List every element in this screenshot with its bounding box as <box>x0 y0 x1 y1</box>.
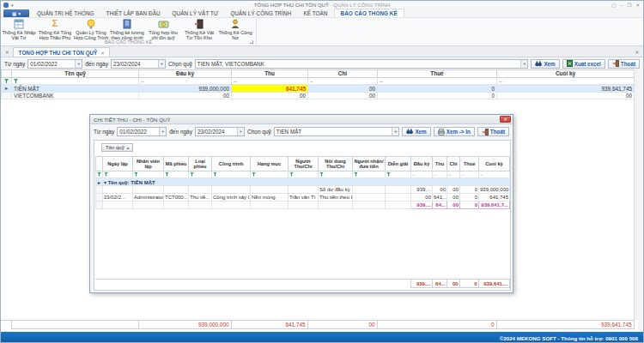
cell-chi[interactable]: 00 <box>447 186 460 194</box>
dialog-fund-select[interactable]: TIỀN MẶT ▾ <box>274 127 400 136</box>
chevron-down-icon[interactable]: ▾ <box>392 128 398 135</box>
cell-thue[interactable]: 0 <box>378 93 497 99</box>
filter-cell[interactable] <box>212 172 251 178</box>
collapse-icon[interactable]: ▾ <box>104 180 106 185</box>
cell-cuoi-ky[interactable]: 00 <box>497 93 635 99</box>
dialog-close-button[interactable]: ✕ <box>500 116 511 123</box>
ribbon-button-thong-ke-luong[interactable]: Thống kê lương theo công trình <box>109 18 145 40</box>
cell-thu[interactable]: 00 <box>433 186 447 194</box>
cell-ten-quy[interactable]: VIETCOMBANK <box>12 93 139 99</box>
column-header[interactable]: Thuế <box>460 157 479 172</box>
chevron-down-icon[interactable]: ▾ <box>75 60 82 68</box>
filter-cell[interactable]: – <box>447 172 460 178</box>
ribbon-tab-thiet-lap-ban-dau[interactable]: THIẾT LẬP BAN ĐẦU <box>100 9 167 17</box>
column-header-dau-ky[interactable]: Đầu kỳ <box>139 70 232 78</box>
cell[interactable] <box>353 186 386 194</box>
filter-cell[interactable]: – <box>497 78 635 85</box>
ribbon-button-thong-ke-thau-phu[interactable]: Σ Thống Kê Tổng Hợp Thầu Phụ <box>37 18 73 40</box>
cell[interactable] <box>164 186 189 194</box>
cell-cuoi-ky[interactable]: 939,641,745 <box>497 85 635 93</box>
column-header-chi[interactable]: Chi <box>308 70 378 78</box>
cell-dau-ky[interactable]: 939,... <box>411 186 433 194</box>
cell[interactable] <box>353 194 386 202</box>
cell-dau-ky[interactable]: 939,000,000 <box>139 85 232 93</box>
group-by-chip-ten-quy[interactable]: Tên quỹ ▴ <box>101 143 133 152</box>
cell-nhan-vien[interactable]: Administrator <box>133 194 164 202</box>
ribbon-tab-quan-ly-vat-tu[interactable]: QUẢN LÝ VẬT TƯ <box>167 9 225 17</box>
ribbon-tab-ke-toan[interactable]: KẾ TOÁN <box>297 9 333 17</box>
docbar-close-icon[interactable]: ✕ <box>630 50 643 57</box>
dialog-view-button[interactable]: Xem <box>402 127 430 136</box>
ribbon-button-thong-ke-nhap-vat-tu[interactable]: Thống Kê Nhập Vật Tư <box>1 18 37 40</box>
column-header[interactable]: Công trình <box>212 157 251 172</box>
column-header[interactable]: Ngày lập <box>103 157 133 172</box>
tab-tong-hop-thu-chi-ton-quy[interactable]: TỔNG HỢP THU CHI TỒN QUỸ ✕ <box>13 47 110 57</box>
exit-button[interactable]: Thoát <box>608 59 640 69</box>
dialog-exit-button[interactable]: Thoát <box>477 127 509 136</box>
column-header[interactable]: Nội dung Thu/Chi <box>319 157 353 172</box>
filter-cell[interactable]: – <box>139 78 232 85</box>
column-header[interactable]: Thu <box>433 157 447 172</box>
cell-cong-trinh[interactable]: Công trình xây l... <box>212 194 251 202</box>
cell[interactable] <box>386 194 411 202</box>
column-header[interactable]: Chi <box>447 157 460 172</box>
filter-cell[interactable]: – <box>232 78 308 85</box>
filter-cell[interactable]: – <box>479 172 510 178</box>
cell-noi-dung[interactable]: Số dư đầu kỳ <box>319 186 353 194</box>
cell-chi[interactable]: 00 <box>308 93 378 99</box>
ribbon-button-thong-ke-vat-tu-ton-kho[interactable]: Thống Kê Vật Tư Tồn Kho <box>181 18 217 40</box>
dialog-view-print-button[interactable]: Xem -> In <box>434 127 475 136</box>
cell-noi-dung[interactable]: Thu tiền theo Hđ... <box>319 194 353 202</box>
cell-ma-phieu[interactable]: TCT000... <box>164 194 189 202</box>
cell-thu[interactable]: 00 <box>232 93 308 99</box>
filter-cell[interactable]: – <box>308 78 378 85</box>
table-row-receipt[interactable]: 23/02/2... Administrator TCT000... Thu t… <box>96 194 510 202</box>
chevron-down-icon[interactable]: ▾ <box>520 60 527 68</box>
cell-thue[interactable]: 0 <box>460 186 479 194</box>
cell-ngay-lap[interactable]: 23/02/2... <box>103 194 133 202</box>
filter-cell[interactable] <box>289 172 319 178</box>
dialog-to-date-input[interactable]: 23/02/2024 ▾ <box>195 127 245 136</box>
from-date-input[interactable]: 01/02/2022 ▾ <box>27 59 82 69</box>
ribbon-group-launcher-icon[interactable] <box>250 40 253 44</box>
column-header-cuoi-ky[interactable]: Cuối kỳ <box>497 70 635 78</box>
filter-cell[interactable] <box>251 172 289 178</box>
filter-cell[interactable] <box>12 78 139 85</box>
cell[interactable] <box>251 186 289 194</box>
column-header[interactable]: Loại phiếu <box>189 157 212 172</box>
dialog-from-date-input[interactable]: 01/02/2022 ▾ <box>117 127 167 136</box>
column-header[interactable]: Hạng mục <box>251 157 289 172</box>
chevron-down-icon[interactable]: ▾ <box>159 128 166 135</box>
table-row-opening-balance[interactable]: Số dư đầu kỳ 939,... 00 00 0 939,000,000 <box>96 186 510 194</box>
cell-ten-quy[interactable]: TIỀN MẶT <box>12 85 139 93</box>
cell-chi[interactable]: 00 <box>308 85 378 93</box>
filter-cell[interactable]: – <box>378 78 497 85</box>
chevron-down-icon[interactable]: ▾ <box>158 60 165 68</box>
cell-cuoi-ky[interactable]: 939,000,000 <box>479 186 510 194</box>
cell-thu[interactable]: 641,... <box>433 194 447 202</box>
chevron-down-icon[interactable]: ▾ <box>237 128 244 135</box>
column-header-ten-quy[interactable]: Tên quỹ <box>12 70 139 78</box>
cell-cuoi-ky[interactable]: 641,745 <box>479 194 510 202</box>
ribbon-button-tong-hop-thu-chi-ton-quy[interactable]: Tổng hợp thu chi tồn quỹ <box>145 18 181 40</box>
column-header[interactable]: Cuối kỳ <box>479 157 510 172</box>
cell-loai-phieu[interactable]: Thu tiề... <box>189 194 212 202</box>
cell-thu-highlighted[interactable]: 641,745 <box>232 85 308 93</box>
export-excel-button[interactable]: Xuất excel <box>562 59 605 69</box>
column-header[interactable]: Nhân viên lập <box>133 157 164 172</box>
cell-dau-ky[interactable]: 00 <box>139 93 232 99</box>
ribbon-button-thong-ke-cong-no[interactable]: Thống Kê Công Nợ <box>217 18 253 40</box>
cell[interactable] <box>386 186 411 194</box>
application-menu-button[interactable]: ▦ ▾ <box>3 9 29 17</box>
filter-cell[interactable] <box>133 172 164 178</box>
cell-hang-muc[interactable]: Nền móng <box>251 194 289 202</box>
filter-cell[interactable] <box>164 172 189 178</box>
cell[interactable] <box>133 186 164 194</box>
cell-dau-ky[interactable]: 00 <box>411 194 433 202</box>
view-button[interactable]: Xem <box>531 59 559 69</box>
column-header[interactable]: Người nhận/đưa tiền <box>353 157 386 172</box>
column-header[interactable]: Mã phiếu <box>164 157 189 172</box>
ribbon-tab-quan-ly-cong-trinh[interactable]: QUẢN LÝ CÔNG TRÌNH <box>224 9 297 17</box>
to-date-input[interactable]: 23/02/2024 ▾ <box>111 59 166 69</box>
cell-chi[interactable]: 00 <box>447 194 460 202</box>
